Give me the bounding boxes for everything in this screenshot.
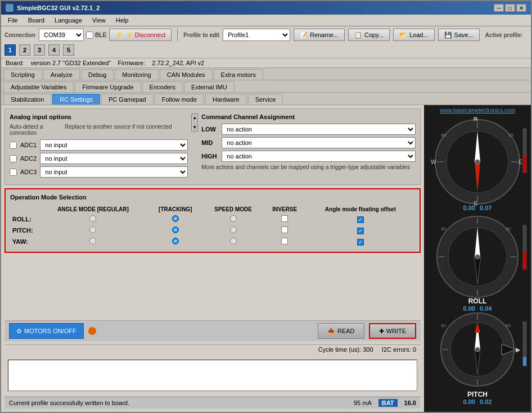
adc3-row: ADC3 no input	[10, 166, 188, 178]
copy-icon: 📋	[354, 31, 362, 39]
port-select[interactable]: COM39	[39, 29, 84, 41]
yaw-floating-checkbox[interactable]	[357, 239, 364, 246]
disconnect-icon: ⚡	[115, 31, 123, 39]
pitch-angle-tracking-radio[interactable]	[172, 226, 179, 233]
app-icon	[6, 4, 13, 12]
pitch-label: PITCH	[429, 391, 527, 398]
yaw-speed-radio[interactable]	[230, 238, 237, 244]
rename-button[interactable]: 📝 Rename...	[294, 29, 345, 41]
command-channel-title: Command Channel Assignment	[201, 114, 416, 120]
maximize-button[interactable]: □	[505, 4, 515, 12]
menu-board[interactable]: Board	[24, 16, 49, 25]
tab-adjustable-variables[interactable]: Adjustable Variables	[3, 81, 74, 92]
cmd-mid-row: MID no action	[201, 137, 416, 148]
profile-1-button[interactable]: 1	[4, 44, 16, 56]
website-link[interactable]: www.basecamelectronics.com	[440, 107, 515, 114]
tab-stabilization[interactable]: Stabilization	[3, 94, 51, 105]
log-area	[8, 360, 417, 391]
svg-text:▶: ▶	[516, 347, 521, 353]
tab-firmware-upgrade[interactable]: Firmware Upgrade	[75, 81, 141, 92]
disconnect-button[interactable]: ⚡ ⚡ Disconnect	[109, 29, 172, 41]
adc3-select[interactable]: no input	[40, 166, 188, 178]
cmd-mid-select[interactable]: no action	[222, 137, 416, 148]
operation-table: ANGLE MODE [REGULAR] [TRACKING] SPEED MO…	[10, 205, 415, 247]
col-tracking-header: [TRACKING]	[148, 205, 203, 214]
adc2-row: ADC2 no input	[10, 153, 188, 164]
roll-angle-tracking-radio[interactable]	[172, 215, 179, 222]
roll-inverse-checkbox[interactable]	[281, 215, 288, 222]
left-panel: Analog input options Auto-detect a conne…	[1, 105, 424, 412]
load-button[interactable]: 📂 Load...	[393, 29, 435, 41]
adc1-select[interactable]: no input	[40, 139, 188, 151]
adc3-checkbox[interactable]	[10, 169, 17, 176]
tab-external-imu[interactable]: External IMU	[184, 81, 235, 92]
table-row: PITCH:	[10, 225, 415, 236]
roll-signal-bar	[522, 225, 527, 270]
profile-4-button[interactable]: 4	[48, 44, 60, 56]
profile-5-button[interactable]: 5	[63, 44, 74, 56]
adc1-row: ADC1 no input	[10, 139, 188, 151]
ble-checkbox-label[interactable]: BLE	[86, 31, 107, 39]
menu-view[interactable]: View	[88, 16, 110, 25]
toolbar: Connection COM39 BLE ⚡ ⚡ Disconnect Prof…	[1, 26, 531, 58]
menu-help[interactable]: Help	[111, 16, 133, 25]
pitch-speed-radio[interactable]	[230, 226, 237, 233]
i2c-value: 0	[413, 346, 416, 353]
roll-speed-radio[interactable]	[230, 215, 237, 222]
menu-file[interactable]: File	[3, 16, 22, 25]
save-button[interactable]: 💾 Save...	[438, 29, 480, 41]
yaw-angle-tracking-radio[interactable]	[172, 238, 179, 244]
ble-checkbox[interactable]	[86, 31, 93, 39]
copy-button[interactable]: 📋 Copy...	[348, 29, 390, 41]
minimize-button[interactable]: ─	[494, 4, 504, 12]
pitch-gauge-svg: 90 90 ▶	[429, 310, 527, 392]
motors-label: MOTORS ON/OFF	[24, 328, 76, 334]
tab-monitoring[interactable]: Monitoring	[115, 69, 158, 80]
roll-floating-checkbox[interactable]	[357, 216, 364, 223]
disconnect-label: ⚡ Disconnect	[125, 31, 165, 39]
profile-2-button[interactable]: 2	[19, 44, 30, 56]
tab-extra-motors[interactable]: Extra motors	[214, 69, 263, 80]
profile-select[interactable]: Profile1	[223, 29, 290, 41]
profile-3-button[interactable]: 3	[34, 44, 45, 56]
command-note: More actions and channels can be mapped …	[201, 164, 416, 170]
save-label: Save...	[454, 31, 474, 38]
motors-button[interactable]: ⚙ MOTORS ON/OFF	[9, 323, 84, 339]
cmd-low-select[interactable]: no action	[222, 124, 416, 135]
cycle-label: Cycle time (us):	[318, 346, 361, 353]
tab-encoders[interactable]: Encoders	[142, 81, 183, 92]
adc2-checkbox[interactable]	[10, 155, 17, 162]
adc1-checkbox[interactable]	[10, 142, 17, 149]
read-button[interactable]: 📥 READ	[318, 323, 364, 339]
pitch-gauge-container: 90 90 ▶ PITCH 0.00 0.02	[429, 310, 527, 403]
bottom-bar: ⚙ MOTORS ON/OFF 📥 READ ✚ WRITE	[4, 320, 421, 341]
cmd-high-select[interactable]: no action	[222, 151, 416, 162]
operation-mode-panel: Operation Mode Selection ANGLE MODE [REG…	[4, 188, 421, 253]
pitch-inverse-checkbox[interactable]	[281, 226, 288, 233]
scrollbar[interactable]: ▲ ▼	[191, 114, 198, 131]
tab-hardware[interactable]: Hardware	[205, 94, 247, 105]
board-label: Board:	[6, 60, 24, 66]
menu-language[interactable]: Language	[50, 16, 87, 25]
adc2-select[interactable]: no input	[40, 153, 188, 164]
pitch-angle-regular-radio[interactable]	[89, 226, 96, 233]
copy-label: Copy...	[364, 31, 384, 38]
pitch-floating-checkbox[interactable]	[357, 228, 364, 234]
yaw-angle-regular-radio[interactable]	[89, 238, 96, 244]
yaw-val1: 0.00	[463, 205, 475, 211]
tab-rc-settings[interactable]: RC Settings	[52, 94, 100, 105]
tab-debug[interactable]: Debug	[81, 69, 114, 80]
yaw-inverse-checkbox[interactable]	[281, 238, 288, 244]
close-button[interactable]: ✕	[516, 4, 526, 12]
tab-analyze[interactable]: Analyze	[43, 69, 80, 80]
main-content: Analog input options Auto-detect a conne…	[1, 105, 531, 412]
tab-scripting[interactable]: Scripting	[3, 69, 42, 80]
roll-angle-regular-radio[interactable]	[89, 215, 96, 222]
tab-follow-mode[interactable]: Follow mode	[155, 94, 204, 105]
svg-point-25	[475, 255, 480, 259]
cmd-mid-label: MID	[201, 139, 218, 146]
tab-can-modules[interactable]: CAN Modules	[160, 69, 213, 80]
tab-pc-gamepad[interactable]: PC Gamepad	[101, 94, 154, 105]
tab-service[interactable]: Service	[248, 94, 283, 105]
write-button[interactable]: ✚ WRITE	[369, 323, 416, 339]
